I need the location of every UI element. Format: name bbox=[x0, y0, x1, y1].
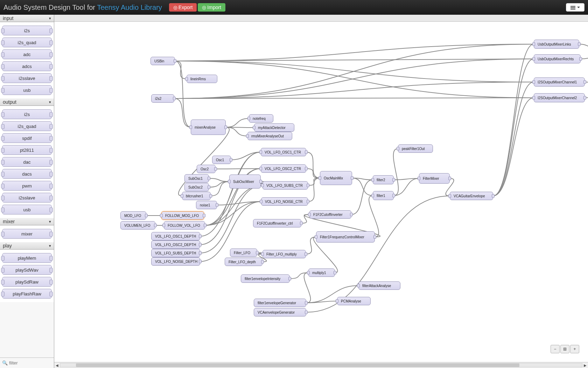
node-rmsMixerAnalyseOut[interactable]: rmsMixerAnalyseOut bbox=[247, 132, 292, 140]
palette-node-adc[interactable]: adc bbox=[2, 49, 52, 59]
input-port[interactable] bbox=[189, 125, 192, 129]
palette-node-playMem[interactable]: playMem bbox=[2, 253, 52, 263]
import-button[interactable]: ◎ Import bbox=[198, 3, 225, 12]
node-filterAttackAnalyse[interactable]: filterAttackAnalyse bbox=[358, 281, 400, 290]
output-port[interactable] bbox=[154, 224, 157, 227]
output-port[interactable] bbox=[203, 214, 205, 217]
palette-node-i2s[interactable]: i2s bbox=[2, 109, 52, 119]
output-port[interactable] bbox=[334, 271, 336, 274]
node-Filter_LFO[interactable]: Filter_LFO bbox=[230, 248, 257, 257]
zoom-out-button[interactable]: − bbox=[551, 345, 560, 353]
output-port[interactable] bbox=[214, 167, 217, 171]
palette-node-pt2811[interactable]: pt2811 bbox=[2, 145, 52, 155]
output-port[interactable] bbox=[173, 97, 176, 100]
node-Filter_LFO_multiply[interactable]: Filter_LFO_multiply bbox=[262, 250, 306, 258]
node-noise1[interactable]: noise1 bbox=[196, 201, 217, 209]
palette-node-i2s[interactable]: i2s bbox=[2, 26, 52, 35]
node-VOL_LFO_NOISE_DEPTH[interactable]: VOL_LFO_NOISE_DEPTH bbox=[151, 257, 200, 266]
horizontal-scrollbar[interactable]: ◀ ▶ bbox=[54, 362, 588, 368]
node-myAttackDetector[interactable]: myAttackDetector bbox=[254, 123, 294, 132]
output-port[interactable] bbox=[208, 185, 210, 189]
node-bitcrusher1[interactable]: bitcrusher1 bbox=[182, 192, 211, 200]
output-port[interactable] bbox=[199, 251, 202, 255]
input-port[interactable] bbox=[253, 126, 255, 129]
workspace-canvas[interactable]: − ⊞ + USBini2s2lineinRmsmixerAnalysenote… bbox=[54, 22, 588, 362]
output-port[interactable] bbox=[208, 177, 210, 180]
node-Osc1[interactable]: Osc1 bbox=[212, 156, 231, 164]
output-port[interactable] bbox=[230, 158, 232, 162]
wire-VCAGuitarEnvelope-I2SOutputMixerChannel2[interactable] bbox=[493, 98, 534, 196]
wire-Filter_LFO_multiply-Filter1FrequenzControlMixer[interactable] bbox=[306, 237, 316, 254]
wire-USBin-lineinRms[interactable] bbox=[175, 61, 187, 79]
node-lineinRms[interactable]: lineinRms bbox=[187, 75, 217, 83]
output-port[interactable] bbox=[492, 194, 495, 198]
output-port[interactable] bbox=[307, 184, 309, 187]
output-port[interactable] bbox=[216, 203, 218, 207]
palette-node-i2sslave[interactable]: i2sslave bbox=[2, 73, 52, 83]
output-port[interactable] bbox=[351, 176, 354, 180]
export-button[interactable]: ◎ Export bbox=[169, 3, 197, 12]
node-UsbOutputMixerLinks[interactable]: UsbOutputMixerLinks bbox=[534, 40, 579, 49]
output-port[interactable] bbox=[373, 235, 376, 239]
node-VCAenvelopeGenerator[interactable]: VCAenvelopeGenerator bbox=[254, 308, 306, 316]
wire-filter1-peakFilter1Out[interactable] bbox=[393, 149, 398, 196]
wire-SubOsc1-SubOscMixer[interactable] bbox=[209, 178, 229, 182]
node-I2SOutputMixerChannel1[interactable]: I2SOutputMixerChannel1 bbox=[534, 77, 585, 87]
node-mixerAnalyse[interactable]: mixerAnalyse bbox=[191, 120, 226, 135]
node-FOLLOW_MOD_LFO[interactable]: FOLLOW_MOD_LFO bbox=[161, 211, 204, 220]
node-I2SOutputMixerChannel2[interactable]: I2SOutputMixerChannel2 bbox=[534, 93, 585, 102]
input-port[interactable] bbox=[261, 184, 264, 187]
node-MOD_LFO[interactable]: MOD_LFO bbox=[120, 211, 146, 220]
category-header-output[interactable]: output▾ bbox=[0, 98, 54, 106]
node-PCMAnalyse[interactable]: PCMAnalyse bbox=[337, 297, 371, 305]
node-OscMainMix[interactable]: OscMainMix bbox=[320, 171, 352, 185]
node-F1F2CutoffInverter[interactable]: F1F2CutoffInverter bbox=[309, 210, 351, 219]
palette-node-mixer[interactable]: mixer bbox=[2, 229, 52, 239]
node-Filter_LFO_depth[interactable]: Filter_LFO_depth bbox=[225, 258, 262, 266]
palette-scroll[interactable]: input▾i2si2s_quadadcadcsi2sslaveusboutpu… bbox=[0, 15, 54, 357]
node-multiply1[interactable]: multiply1 bbox=[308, 268, 335, 277]
node-VOL_LFO_OSC2_CTR[interactable]: VOL_LFO_OSC2_CTR bbox=[261, 164, 306, 173]
zoom-reset-button[interactable]: ⊞ bbox=[560, 345, 569, 353]
input-port[interactable] bbox=[448, 194, 451, 198]
category-header-mixer[interactable]: mixer▾ bbox=[0, 218, 54, 225]
palette-node-i2s_quad[interactable]: i2s_quad bbox=[2, 121, 52, 131]
output-port[interactable] bbox=[305, 301, 308, 305]
input-port[interactable] bbox=[532, 42, 535, 46]
scroll-left-icon[interactable]: ◀ bbox=[56, 363, 58, 367]
wire-i2s2-mixerAnalyse[interactable] bbox=[174, 98, 191, 127]
palette-node-dacs[interactable]: dacs bbox=[2, 169, 52, 179]
output-port[interactable] bbox=[305, 150, 308, 154]
input-port[interactable] bbox=[246, 134, 249, 138]
output-port[interactable] bbox=[174, 59, 176, 63]
output-port[interactable] bbox=[579, 57, 582, 61]
input-port[interactable] bbox=[261, 252, 264, 256]
output-port[interactable] bbox=[145, 214, 148, 217]
palette-node-adcs[interactable]: adcs bbox=[2, 61, 52, 71]
node-SubOsc2[interactable]: SubOsc2 bbox=[184, 183, 209, 191]
node-VOL_LFO_SUBS_DEPTH[interactable]: VOL_LFO_SUBS_DEPTH bbox=[151, 249, 200, 257]
node-Osc2[interactable]: Osc2 bbox=[197, 165, 216, 173]
input-port[interactable] bbox=[307, 271, 310, 274]
node-FilterMixer[interactable]: FilterMixer bbox=[419, 173, 450, 184]
node-filter1envelopeGenerator[interactable]: filter1envelopeGenerator bbox=[254, 299, 306, 307]
output-port[interactable] bbox=[209, 194, 212, 198]
output-port[interactable] bbox=[256, 251, 259, 254]
input-port[interactable] bbox=[247, 117, 250, 120]
output-port[interactable] bbox=[305, 311, 308, 314]
node-Filter1FrequenzControlMixer[interactable]: Filter1FrequenzControlMixer bbox=[316, 231, 375, 243]
output-port[interactable] bbox=[578, 42, 581, 46]
node-VOLUMEN_LFO[interactable]: VOLUMEN_LFO bbox=[120, 221, 155, 230]
output-port[interactable] bbox=[261, 260, 264, 264]
output-port[interactable] bbox=[305, 167, 308, 170]
palette-node-playSdWav[interactable]: playSdWav bbox=[2, 265, 52, 275]
palette-node-i2s_quad[interactable]: i2s_quad bbox=[2, 38, 52, 47]
node-i2s2[interactable]: i2s2 bbox=[151, 94, 174, 103]
palette-node-playSdRaw[interactable]: playSdRaw bbox=[2, 277, 52, 287]
hamburger-menu-button[interactable] bbox=[566, 3, 584, 12]
wire-i2s2-I2SOutputMixerChannel1[interactable] bbox=[174, 82, 534, 98]
tab-bar[interactable] bbox=[54, 15, 588, 22]
input-port[interactable] bbox=[259, 150, 262, 154]
output-port[interactable] bbox=[307, 200, 309, 203]
category-header-input[interactable]: input▾ bbox=[0, 15, 54, 22]
